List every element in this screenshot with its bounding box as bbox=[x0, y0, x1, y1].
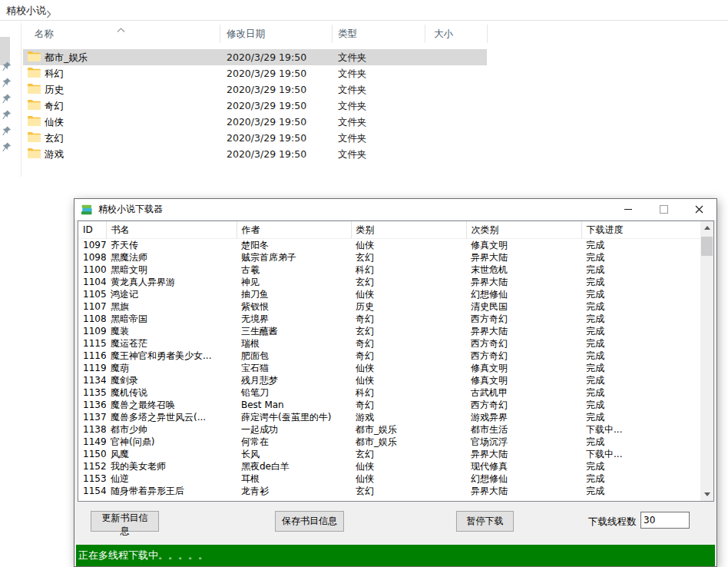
pin-icon bbox=[2, 141, 12, 151]
col-id[interactable]: ID bbox=[78, 221, 106, 239]
folder-type: 文件夹 bbox=[338, 116, 367, 129]
table-row[interactable]: 1104黄龙真人异界游神见玄幻异界大陆完成 bbox=[78, 276, 700, 288]
col-title[interactable]: 书名 bbox=[106, 221, 237, 239]
folder-icon bbox=[28, 148, 41, 161]
close-button[interactable] bbox=[681, 199, 716, 220]
folder-type: 文件夹 bbox=[338, 84, 367, 97]
folder-row[interactable]: 游戏 2020/3/29 19:50 文件夹 bbox=[23, 146, 487, 162]
folder-name: 都市_娱乐 bbox=[45, 51, 88, 65]
folder-row[interactable]: 奇幻 2020/3/29 19:50 文件夹 bbox=[23, 98, 487, 114]
window-title: 精校小说下载器 bbox=[98, 203, 163, 216]
folder-date: 2020/3/29 19:50 bbox=[227, 84, 306, 95]
table-row[interactable]: 1119魔葫宝石猫仙侠修真文明完成 bbox=[78, 362, 700, 374]
folder-type: 文件夹 bbox=[338, 148, 367, 161]
folder-icon bbox=[28, 51, 41, 64]
col-progress[interactable]: 下载进度 bbox=[581, 221, 700, 239]
pane-divider bbox=[21, 23, 22, 177]
table-row[interactable]: 1150风魔长风玄幻异界大陆下载中... bbox=[78, 448, 700, 460]
column-divider[interactable] bbox=[425, 25, 425, 43]
column-header-date[interactable]: 修改日期 bbox=[227, 28, 265, 41]
app-books-icon bbox=[81, 204, 93, 215]
table-row[interactable]: 1134魔剑录残月悲梦仙侠修真文明完成 bbox=[78, 374, 700, 386]
folder-date: 2020/3/29 19:50 bbox=[227, 132, 306, 144]
folder-icon bbox=[28, 68, 41, 80]
thread-count-label: 下载线程数 bbox=[588, 516, 637, 529]
download-status-bar: 正在多线程下载中。。。。。 bbox=[76, 545, 715, 566]
table-row[interactable]: 1135魔机传说铅笔刀科幻古武机甲完成 bbox=[78, 386, 700, 399]
scrollbar-thumb[interactable] bbox=[701, 237, 713, 256]
table-scrollbar[interactable] bbox=[700, 221, 713, 501]
folder-date: 2020/3/29 19:50 bbox=[227, 148, 306, 160]
table-row[interactable]: 1149官神(问鼎)何常在都市_娱乐官场沉浮完成 bbox=[78, 436, 700, 448]
folder-row[interactable]: 科幻 2020/3/29 19:50 文件夹 bbox=[23, 65, 487, 81]
table-row[interactable]: 1107黑旗紫钗恨历史清史民国完成 bbox=[78, 300, 700, 313]
folder-name: 玄幻 bbox=[45, 132, 64, 145]
folder-type: 文件夹 bbox=[338, 100, 367, 113]
folder-name: 历史 bbox=[45, 84, 64, 97]
table-row[interactable]: 1097齐天传楚阳冬仙侠修真文明完成 bbox=[78, 239, 700, 252]
pin-icon bbox=[2, 124, 12, 134]
table-row[interactable]: 1115魔运苍茫瑞根奇幻西方奇幻完成 bbox=[78, 337, 700, 350]
sort-ascending-icon[interactable] bbox=[117, 22, 125, 36]
column-header-name[interactable]: 名称 bbox=[35, 28, 54, 41]
breadcrumb[interactable]: 精校小说 bbox=[6, 4, 46, 18]
col-author[interactable]: 作者 bbox=[237, 221, 351, 239]
minimize-icon bbox=[624, 209, 632, 210]
table-row[interactable]: 1137魔兽多塔之异世风云(...薛定谔牛(蚕茧里的牛)游戏游戏异界完成 bbox=[78, 411, 700, 423]
downloader-window: 精校小说下载器 ID 书名 作者 类别 次类别 bbox=[74, 198, 717, 567]
table-row[interactable]: 1153仙逆耳根仙侠幻想修仙完成 bbox=[78, 472, 700, 485]
table-row[interactable]: 1098黑魔法师贼宗首席弟子玄幻异界大陆完成 bbox=[78, 251, 700, 264]
table-row[interactable]: 1116魔王神官和勇者美少女...肥面包奇幻西方奇幻完成 bbox=[78, 350, 700, 362]
table-row[interactable]: 1105鸿途记抽刀鱼仙侠幻想修仙完成 bbox=[78, 288, 700, 300]
folder-row[interactable]: 玄幻 2020/3/29 19:50 文件夹 bbox=[23, 130, 487, 146]
thread-count-input[interactable] bbox=[640, 512, 690, 529]
folder-icon bbox=[28, 116, 41, 128]
pin-icon bbox=[2, 76, 12, 86]
folder-name: 科幻 bbox=[45, 68, 64, 81]
pin-icon bbox=[2, 60, 12, 70]
folder-type: 文件夹 bbox=[338, 51, 367, 65]
folder-icon bbox=[28, 100, 41, 112]
toolbar-divider bbox=[0, 20, 728, 21]
folder-icon bbox=[28, 132, 41, 144]
table-row[interactable]: 1152我的美女老师黑夜de白羊仙侠现代修真完成 bbox=[78, 460, 700, 472]
folder-type: 文件夹 bbox=[338, 132, 367, 145]
folder-row[interactable]: 都市_娱乐 2020/3/29 19:50 文件夹 bbox=[23, 49, 487, 65]
folder-row[interactable]: 历史 2020/3/29 19:50 文件夹 bbox=[23, 81, 487, 98]
title-bar[interactable]: 精校小说下载器 bbox=[74, 199, 716, 220]
column-header-size[interactable]: 大小 bbox=[434, 28, 453, 41]
col-subcategory[interactable]: 次类别 bbox=[466, 221, 581, 239]
pin-icon bbox=[2, 108, 12, 118]
table-row[interactable]: 1154随身带着异形王后龙青衫玄幻异界大陆完成 bbox=[78, 485, 700, 497]
col-category[interactable]: 类别 bbox=[351, 221, 466, 239]
table-row[interactable]: 1108黑暗帝国无境界奇幻西方奇幻完成 bbox=[78, 313, 700, 325]
status-text: 正在多线程下载中。。。。。 bbox=[78, 549, 208, 561]
folder-icon bbox=[28, 84, 41, 96]
close-icon bbox=[695, 205, 703, 214]
maximize-button[interactable] bbox=[646, 199, 681, 220]
folder-date: 2020/3/29 19:50 bbox=[227, 51, 306, 63]
folder-name: 仙侠 bbox=[45, 116, 64, 129]
pin-icon bbox=[2, 92, 12, 102]
minimize-button[interactable] bbox=[611, 199, 646, 220]
column-header-type[interactable]: 类型 bbox=[338, 28, 357, 41]
column-divider[interactable] bbox=[332, 25, 333, 43]
table-row[interactable]: 1109魔装三生蘸酱玄幻异界大陆完成 bbox=[78, 325, 700, 337]
scroll-up-icon[interactable] bbox=[700, 221, 713, 234]
folder-type: 文件夹 bbox=[338, 68, 367, 81]
update-books-button[interactable]: 更新书目信息 bbox=[91, 511, 159, 532]
table-row[interactable]: 1138都市少帅一起成功都市_娱乐都市生活下载中... bbox=[78, 423, 700, 436]
save-books-button[interactable]: 保存书目信息 bbox=[275, 511, 344, 532]
column-divider[interactable] bbox=[220, 25, 220, 43]
folder-row[interactable]: 仙侠 2020/3/29 19:50 文件夹 bbox=[23, 114, 487, 130]
column-divider[interactable] bbox=[487, 25, 488, 43]
folder-date: 2020/3/29 19:50 bbox=[227, 100, 306, 111]
book-table: ID 书名 作者 类别 次类别 下载进度 1097齐天传楚阳冬仙侠修真文明完成1… bbox=[78, 220, 714, 502]
table-row[interactable]: 1100黑暗文明古羲科幻末世危机完成 bbox=[78, 264, 700, 276]
maximize-icon bbox=[660, 205, 668, 214]
table-row[interactable]: 1136魔兽之最终召唤Best Man奇幻西方奇幻完成 bbox=[78, 399, 700, 411]
folder-date: 2020/3/29 19:50 bbox=[227, 116, 306, 128]
scroll-down-icon[interactable] bbox=[700, 488, 713, 501]
pause-download-button[interactable]: 暂停下载 bbox=[456, 511, 514, 532]
folder-name: 奇幻 bbox=[45, 100, 64, 113]
